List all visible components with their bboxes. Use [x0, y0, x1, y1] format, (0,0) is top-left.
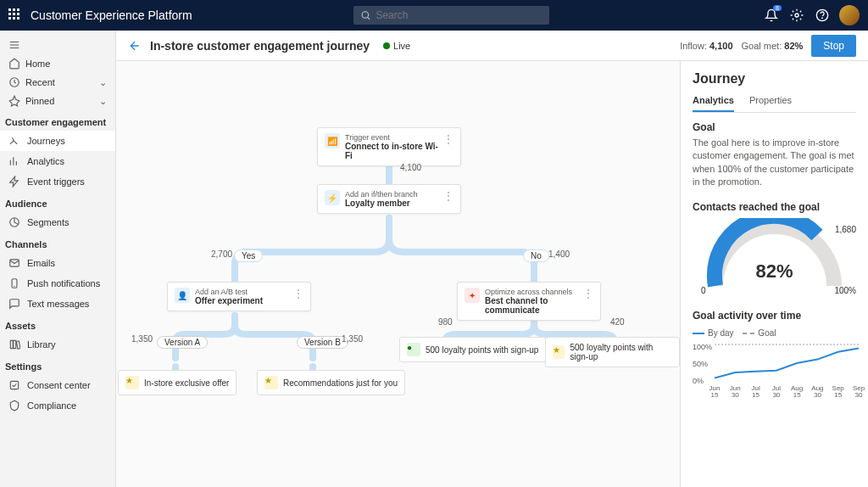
activity-chart: 100% 50% 0% Jun15Jun30Jul15Jul30Aug15Aug…: [693, 343, 856, 402]
points-icon: ★: [553, 345, 565, 359]
nav-section-channels: Channels: [0, 232, 115, 253]
trigger-icon: [8, 176, 20, 188]
push-icon: [8, 277, 20, 289]
nav-push[interactable]: Push notifications: [0, 273, 115, 294]
reco-icon: ★: [264, 376, 278, 389]
journey-canvas[interactable]: 📶 Trigger eventConnect to in-store Wi-Fi…: [116, 61, 680, 487]
hamburger-icon: [8, 39, 20, 51]
no-count: 1,400: [548, 249, 570, 259]
search-box[interactable]: [353, 6, 550, 25]
version-a-pill: Version A: [157, 336, 208, 349]
live-dot-icon: [383, 42, 390, 49]
nav-event-triggers[interactable]: Event triggers: [0, 171, 115, 192]
node-branch[interactable]: ⚡ Add an if/then branchLoyalty member ⋮: [317, 184, 461, 214]
panel-tabs: Analytics Properties: [693, 95, 856, 113]
nav-hamburger[interactable]: [0, 36, 115, 54]
nav-text[interactable]: Text messages: [0, 294, 115, 314]
main: In-store customer engagement journey Liv…: [116, 31, 868, 487]
left-nav: Home Recent ⌄ Pinned ⌄ Customer engageme…: [0, 31, 116, 487]
email-icon: [8, 257, 20, 269]
wifi-icon: 📶: [325, 133, 340, 148]
consent-icon: [8, 379, 20, 391]
goal-met-stat: Goal met: 82%: [742, 41, 804, 51]
version-b-pill: Version B: [297, 336, 348, 349]
pin-icon: [8, 95, 20, 107]
search-container: [353, 6, 550, 25]
node-more-icon[interactable]: ⋮: [293, 288, 303, 299]
nav-home[interactable]: Home: [0, 54, 115, 73]
activity-title: Goal activity over time: [693, 310, 856, 322]
segments-icon: [8, 216, 20, 228]
nav-segments[interactable]: Segments: [0, 212, 115, 232]
stop-button[interactable]: Stop: [811, 35, 856, 57]
chip-loyalty-left[interactable]: ●500 loyalty points with sign-up: [399, 337, 546, 362]
settings-icon[interactable]: [788, 7, 805, 24]
page-header: In-store customer engagement journey Liv…: [116, 31, 868, 61]
nav-consent[interactable]: Consent center: [0, 375, 115, 395]
nav-section-settings: Settings: [0, 355, 115, 375]
nav-section-audience: Audience: [0, 192, 115, 212]
search-icon: [360, 9, 371, 21]
node-trigger[interactable]: 📶 Trigger eventConnect to in-store Wi-Fi…: [317, 127, 461, 166]
nav-section-assets: Assets: [0, 314, 115, 334]
gauge-title: Contacts reached the goal: [693, 201, 856, 213]
node-more-icon[interactable]: ⋮: [583, 288, 593, 299]
chip-instore-offer[interactable]: ★In-store exclusive offer: [118, 370, 236, 395]
chevron-down-icon: ⌄: [99, 77, 107, 88]
nav-section-engagement: Customer engagement: [0, 110, 115, 131]
chip-recommendations[interactable]: ★Recommendations just for you: [257, 370, 405, 395]
goal-title: Goal: [693, 121, 856, 133]
notification-badge: 8: [773, 5, 782, 11]
goal-description: The goal here is to improve in-store cus…: [693, 137, 856, 189]
home-icon: [8, 58, 20, 70]
node-optimize[interactable]: ✦ Optimize across channelsBest channel t…: [457, 282, 601, 321]
nav-pinned[interactable]: Pinned ⌄: [0, 92, 115, 110]
nav-analytics[interactable]: Analytics: [0, 151, 115, 171]
notification-icon[interactable]: 8: [763, 7, 780, 24]
help-icon[interactable]: [814, 7, 831, 24]
tab-properties[interactable]: Properties: [749, 95, 792, 112]
yes-count: 2,700: [211, 249, 232, 259]
tab-analytics[interactable]: Analytics: [693, 95, 734, 112]
clock-icon: [8, 76, 20, 88]
node-more-icon[interactable]: ⋮: [443, 190, 453, 202]
app-launcher-icon[interactable]: [8, 8, 22, 22]
chevron-down-icon: ⌄: [99, 96, 107, 107]
ab-test-icon: 👤: [175, 288, 190, 303]
ab-a-count: 1,350: [131, 334, 153, 344]
user-avatar[interactable]: [839, 5, 860, 25]
back-icon[interactable]: [128, 39, 142, 53]
chart-legend: By day Goal: [693, 327, 856, 339]
node-ab[interactable]: 👤 Add an A/B testOffer experiment ⋮: [167, 282, 311, 311]
branch-no-pill: No: [523, 249, 549, 262]
sms-icon: [8, 298, 20, 310]
opt-left-count: 980: [438, 317, 453, 327]
journey-icon: [8, 135, 20, 147]
analytics-icon: [8, 155, 20, 167]
node-more-icon[interactable]: ⋮: [443, 133, 453, 145]
optimize-icon: ✦: [465, 288, 480, 303]
nav-emails[interactable]: Emails: [0, 253, 115, 273]
points-icon: ●: [407, 343, 420, 356]
nav-library[interactable]: Library: [0, 334, 115, 355]
inflow-stat: Inflow: 4,100: [680, 41, 732, 51]
chip-loyalty-right[interactable]: ★500 loyalty points with sign-up: [545, 337, 680, 367]
branch-icon: ⚡: [325, 190, 340, 205]
opt-right-count: 420: [610, 317, 625, 327]
ab-b-count: 1,350: [342, 334, 363, 344]
search-input[interactable]: [376, 9, 542, 21]
nav-compliance[interactable]: Compliance: [0, 395, 115, 416]
nav-journeys[interactable]: Journeys: [0, 131, 115, 151]
svg-rect-8: [10, 381, 18, 389]
library-icon: [8, 339, 20, 350]
gauge-percent: 82%: [755, 260, 793, 283]
svg-point-3: [822, 18, 823, 19]
branch-yes-pill: Yes: [234, 249, 263, 262]
panel-title: Journey: [693, 71, 856, 87]
gauge-chart: 0 100% 1,680 82%: [693, 218, 856, 303]
app-name: Customer Experience Platform: [31, 8, 192, 22]
svg-point-0: [362, 12, 368, 18]
topbar: Customer Experience Platform 8: [0, 0, 868, 31]
compliance-icon: [8, 400, 20, 411]
nav-recent[interactable]: Recent ⌄: [0, 73, 115, 92]
